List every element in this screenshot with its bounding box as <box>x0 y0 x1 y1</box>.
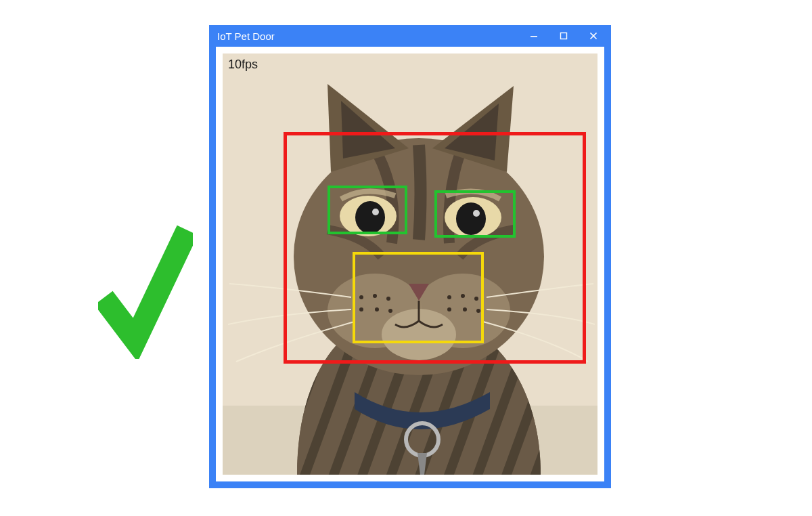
bbox-eye-right <box>434 190 516 238</box>
minimize-icon <box>530 32 538 40</box>
bbox-nose <box>353 252 484 343</box>
fps-label: 10fps <box>228 58 258 72</box>
close-button[interactable] <box>579 25 608 47</box>
svg-rect-1 <box>561 33 567 39</box>
content-area: 10fps <box>216 47 604 481</box>
bbox-eye-left <box>328 186 407 234</box>
maximize-button[interactable] <box>549 25 579 47</box>
approval-checkmark-icon <box>98 217 193 359</box>
minimize-button[interactable] <box>519 25 549 47</box>
close-icon <box>589 32 597 40</box>
svg-rect-0 <box>531 36 537 37</box>
camera-feed: 10fps <box>223 53 597 475</box>
maximize-icon <box>560 32 568 40</box>
app-window: IoT Pet Door <box>209 25 611 488</box>
title-bar[interactable]: IoT Pet Door <box>209 25 611 47</box>
window-title: IoT Pet Door <box>217 30 275 42</box>
window-controls <box>519 25 608 47</box>
